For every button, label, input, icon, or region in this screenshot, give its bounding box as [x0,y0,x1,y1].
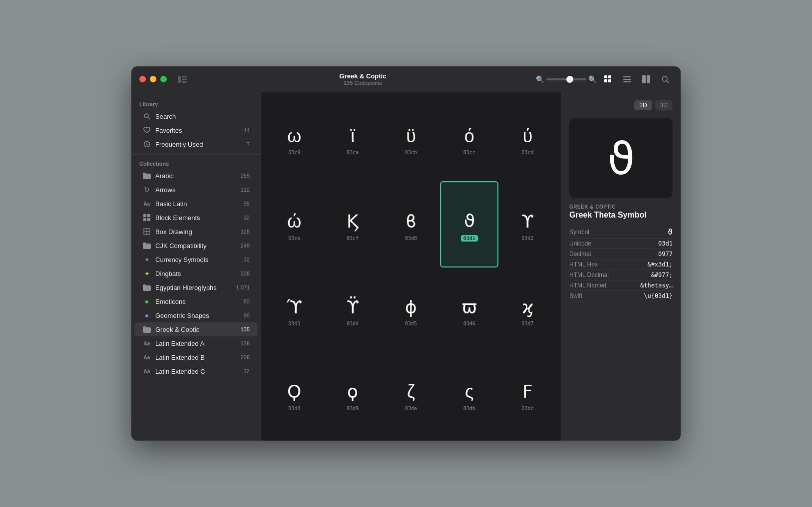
sidebar: Library Search Favorites 44 [131,92,261,441]
list-view-button[interactable] [620,72,635,87]
detail-name: Greek Theta Symbol [569,211,673,220]
sidebar-item-emoticons[interactable]: ● Emoticons 80 [134,294,258,308]
html-named-value: &thetasy… [640,282,673,289]
sidebar-collections: Arabic 255 ↻ Arrows 112 Aa Basic Latin 9… [131,169,261,378]
collection-label: Basic Latin [155,200,234,208]
svg-rect-12 [647,75,650,83]
svg-rect-20 [143,218,146,221]
3d-button[interactable]: 3D [655,100,673,110]
unicode-row: Unicode 03d1 [569,239,673,249]
glyph-cell[interactable]: ϓ 03d3 [265,267,324,352]
html-hex-label: HTML Hex [569,261,598,268]
glyph-cell[interactable]: ώ 03ce [265,181,324,268]
collections-header: Collections [131,158,261,169]
glyph-cell[interactable]: Ϗ 03cf [324,181,382,268]
collection-label: Currency Symbols [155,256,234,263]
sparkle-icon: ✦ [142,255,151,264]
sidebar-item-currency-symbols[interactable]: ✦ Currency Symbols 32 [134,253,258,266]
folder-icon [142,283,151,292]
glyph-cell[interactable]: ϙ 03d9 [324,352,382,437]
glyph-cell[interactable]: ϐ 03d0 [382,181,440,268]
grid-view-button[interactable] [601,72,616,87]
glyph-cell[interactable]: ζ 03da [382,352,440,437]
sidebar-item-greek-&-coptic[interactable]: Greek & Coptic 135 [134,322,258,336]
sidebar-item-latin-extended-c[interactable]: Aa Latin Extended C 32 [134,364,258,378]
glyph-code: 03c9 [288,150,300,155]
svg-point-13 [662,76,667,81]
sidebar-item-geometric-shapes[interactable]: ● Geometric Shapes 96 [134,308,258,322]
zoom-in-icon[interactable]: 🔍 [588,75,597,83]
sidebar-item-arabic[interactable]: Arabic 255 [134,169,258,183]
glyph-char: ώ [287,210,301,234]
sidebar-item-dingbats[interactable]: ✦ Dingbats 208 [134,266,258,280]
sidebar-item-basic-latin[interactable]: Aa Basic Latin 95 [134,197,258,211]
swift-row: Swift \u{03d1} [569,291,673,301]
sidebar-item-frequently-used[interactable]: Frequently Used 7 [134,137,258,151]
sidebar-item-favorites[interactable]: Favorites 44 [134,123,258,137]
center-panel: ω 03c9 ϊ 03ca ϋ 03cb ό 03cc ύ 03cd ώ 03c… [261,92,561,441]
glyph-cell[interactable]: ϑ 03d1 [440,181,498,268]
main-window: Greek & Coptic 135 Codepoints 🔍 🔍 [131,66,681,441]
circle-purple-icon: ● [142,311,151,320]
symbol-value: ϑ [668,227,673,237]
close-button[interactable] [139,76,146,82]
collection-label: Arabic [155,172,234,180]
sidebar-item-block-elements[interactable]: Block Elements 32 [134,211,258,225]
minimize-button[interactable] [150,76,156,82]
glyph-code: 03d6 [463,321,475,326]
collection-label: Geometric Shapes [155,312,234,319]
glyph-char: Ϙ [287,380,301,404]
sidebar-item-latin-extended-b[interactable]: Aa Latin Extended B 208 [134,350,258,364]
collection-label: Dingbats [155,270,234,277]
collection-count: 128 [238,229,250,235]
collection-count: 95 [238,201,250,207]
collection-label: CJK Compatibility [155,242,234,250]
glyph-cell[interactable]: ό 03cc [440,96,498,181]
glyph-code: 03ca [347,150,359,155]
2d-button[interactable]: 2D [634,100,652,110]
glyph-code: 03cb [405,150,417,155]
glyph-cell[interactable]: Ϝ 03dc [498,352,557,437]
sidebar-item-latin-extended-a[interactable]: Aa Latin Extended A 128 [134,336,258,350]
glyph-char: ω [287,124,301,148]
sidebar-item-arrows[interactable]: ↻ Arrows 112 [134,183,258,197]
split-view-button[interactable] [639,72,654,87]
glyph-char: ύ [523,124,533,148]
html-hex-row: HTML Hex &#x3d1; [569,259,673,270]
collection-label: Emoticons [155,298,234,305]
decimal-value: 0977 [658,251,673,257]
zoom-control: 🔍 🔍 [536,75,597,83]
svg-line-14 [667,81,669,83]
collection-count: 128 [238,340,250,346]
glyph-char: ϒ [521,210,534,234]
collection-label: Block Elements [155,214,234,222]
zoom-slider[interactable] [546,78,586,80]
glyph-cell[interactable]: ϒ 03d2 [498,181,557,268]
glyph-cell[interactable]: Ϙ 03d8 [265,352,324,437]
html-hex-value: &#x3d1; [647,261,673,268]
svg-point-15 [144,114,148,118]
svg-rect-8 [623,76,631,77]
preview-char: ϑ [607,132,635,185]
favorites-count: 44 [238,127,250,133]
search-button[interactable] [658,72,673,87]
sidebar-item-cjk-compatibility[interactable]: CJK Compatibility 249 [134,239,258,253]
glyph-cell[interactable]: ϕ 03d5 [382,267,440,352]
glyph-char: ϗ [522,295,534,319]
sidebar-toggle[interactable] [175,72,190,87]
glyph-cell[interactable]: ϋ 03cb [382,96,440,181]
glyph-cell[interactable]: ϖ 03d6 [440,267,498,352]
glyph-cell[interactable]: ω 03c9 [265,96,324,181]
sidebar-item-egyptian-hieroglyphs[interactable]: Egyptian Hieroglyphs 1.071 [134,280,258,294]
glyph-cell[interactable]: ϔ 03d4 [324,267,382,352]
sidebar-item-search[interactable]: Search [134,109,258,123]
collection-count: 208 [238,354,250,360]
sidebar-item-box-drawing[interactable]: Box Drawing 128 [134,225,258,239]
zoom-out-icon[interactable]: 🔍 [536,75,544,83]
glyph-cell[interactable]: ύ 03cd [498,96,557,181]
glyph-cell[interactable]: ς 03db [440,352,498,437]
folder-icon [142,241,151,250]
glyph-cell[interactable]: ϊ 03ca [324,96,382,181]
maximize-button[interactable] [160,76,167,82]
glyph-cell[interactable]: ϗ 03d7 [498,267,557,352]
